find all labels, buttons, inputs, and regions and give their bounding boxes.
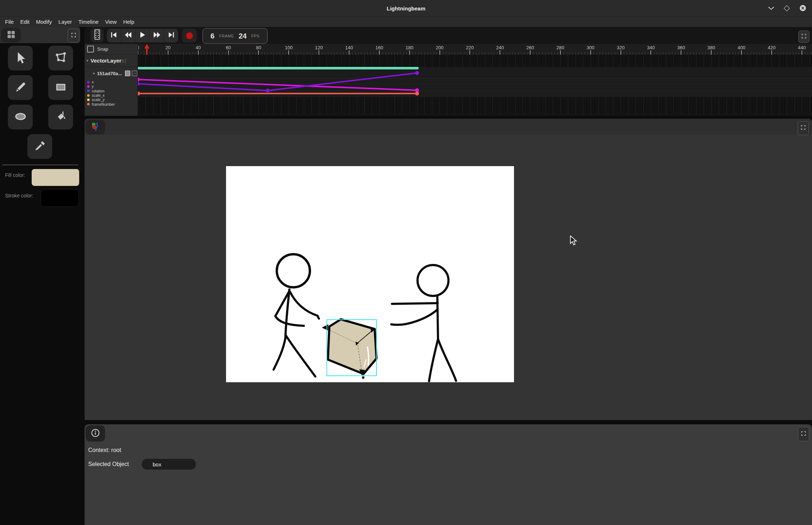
timeline-panel: 6 FRAME 24 FPS 0204060801001201401601802…: [85, 27, 812, 116]
selection-tool-button[interactable]: [8, 46, 33, 70]
menu-help[interactable]: Help: [120, 19, 137, 25]
property-row-rotation[interactable]: rotation: [85, 89, 137, 93]
canvas-expand-button[interactable]: [798, 121, 809, 135]
property-label: frameNumber: [92, 102, 115, 106]
panel-grid-button[interactable]: [1, 28, 21, 42]
stage[interactable]: [226, 166, 514, 382]
collapse-triangle-icon[interactable]: ▾: [86, 58, 89, 63]
skip-to-end-button[interactable]: [164, 29, 178, 42]
menu-edit[interactable]: Edit: [17, 19, 33, 25]
inspector-panel: Context: root Selected Object box: [85, 424, 812, 525]
skip-to-start-button[interactable]: [107, 29, 121, 42]
object-visibility-button[interactable]: [125, 70, 131, 76]
menu-modify[interactable]: Modify: [33, 19, 55, 25]
ruler-tick: [198, 50, 199, 55]
property-row-scale_x[interactable]: scale_x: [85, 93, 137, 97]
eyedropper-tool-button[interactable]: [27, 134, 52, 159]
ruler-tick: [621, 50, 621, 55]
ruler-tick-label: 80: [256, 45, 261, 50]
layer-row-vectorlayer[interactable]: ▾ VectorLayer [L]: [85, 55, 137, 67]
inspector-expand-button[interactable]: [798, 427, 809, 441]
skip-to-end-icon: [168, 32, 175, 39]
timeline-ruler[interactable]: 0204060801001201401601802002202402602803…: [138, 44, 812, 55]
layer-name: VectorLayer: [91, 58, 122, 64]
timeline-frames-band-top[interactable]: [138, 55, 812, 67]
ruler-tick: [168, 50, 168, 55]
ruler-tick-label: 0: [138, 45, 139, 50]
ruler-tick: [650, 50, 651, 55]
film-button[interactable]: [91, 28, 104, 42]
playhead[interactable]: [144, 44, 149, 56]
menu-view[interactable]: View: [102, 19, 120, 25]
ellipse-tool-button[interactable]: [8, 105, 33, 129]
row-divider: [138, 91, 812, 91]
vector-shapes-button[interactable]: [86, 120, 105, 134]
rectangle-tool-button[interactable]: [48, 75, 73, 100]
ruler-tick-label: 300: [587, 45, 595, 50]
ruler-tick-label: 240: [496, 45, 504, 50]
tools-panel: Fill color: Stroke color:: [0, 27, 85, 525]
object-tilde-button[interactable]: ~: [132, 70, 137, 76]
fill-color-swatch[interactable]: [32, 169, 79, 186]
box-object[interactable]: [322, 319, 376, 379]
property-color-dot: [87, 94, 90, 97]
timeline-frames-band-bottom[interactable]: [138, 97, 812, 114]
property-row-y[interactable]: y: [85, 84, 137, 88]
paint-bucket-icon: [54, 110, 67, 124]
play-button[interactable]: [136, 29, 150, 42]
object-row[interactable]: ▾ 151ad70a... ~: [85, 67, 137, 80]
pencil-icon: [14, 81, 27, 95]
context-line: Context: root: [88, 447, 121, 453]
rewind-icon: [125, 32, 132, 39]
tools-expand-button[interactable]: [68, 29, 79, 42]
maximize-button[interactable]: [783, 5, 790, 12]
ruler-tick-label: 20: [166, 45, 171, 50]
pencil-tool-button[interactable]: [8, 75, 33, 100]
ruler-tick: [500, 50, 500, 55]
canvas-panel: [85, 119, 812, 420]
info-button[interactable]: [86, 425, 105, 442]
snap-checkbox[interactable]: [87, 46, 94, 52]
transform-tool-button[interactable]: [48, 46, 73, 70]
selected-object-row: Selected Object box: [88, 459, 196, 470]
ruler-tick-label: 140: [345, 45, 353, 50]
ruler-tick: [530, 50, 531, 55]
ruler-tick: [138, 50, 138, 55]
transform-icon: [54, 51, 67, 65]
property-row-scale_y[interactable]: scale_y: [85, 97, 137, 102]
selected-object-label: Selected Object: [88, 459, 129, 470]
frame-value[interactable]: 6: [211, 32, 215, 40]
timeline-curve-area[interactable]: [138, 67, 812, 97]
fast-forward-button[interactable]: [150, 29, 164, 42]
playhead-icon: [144, 44, 149, 55]
snap-row: Snap: [85, 44, 137, 55]
timeline-expand-button[interactable]: [798, 31, 809, 43]
paint-bucket-tool-button[interactable]: [48, 105, 73, 129]
ruler-tick: [439, 50, 440, 55]
minimize-button[interactable]: [767, 5, 775, 12]
mouse-cursor: [570, 236, 578, 248]
fps-value[interactable]: 24: [239, 32, 247, 40]
property-row-x[interactable]: x: [85, 80, 137, 84]
menu-layer[interactable]: Layer: [55, 19, 75, 25]
stage-artwork: [226, 166, 514, 382]
property-list: xyrotationscale_xscale_yframeNumber: [85, 80, 137, 106]
stroke-color-swatch[interactable]: [41, 190, 79, 207]
property-color-dot: [87, 103, 90, 105]
film-icon: [93, 29, 102, 41]
rewind-button[interactable]: [121, 29, 136, 42]
expand-icon: [800, 125, 806, 132]
collapse-triangle-icon[interactable]: ▾: [93, 71, 95, 76]
property-row-frameNumber[interactable]: frameNumber: [85, 102, 137, 106]
record-button[interactable]: [182, 29, 197, 42]
close-button[interactable]: [799, 5, 806, 12]
diamond-icon: [784, 5, 790, 11]
ruler-tick-label: 40: [195, 45, 200, 50]
fps-label: FPS: [251, 34, 260, 38]
ruler-tick-label: 180: [406, 45, 414, 50]
selected-object-field[interactable]: box: [142, 459, 196, 470]
menu-timeline[interactable]: Timeline: [75, 19, 102, 25]
menu-file[interactable]: File: [2, 19, 17, 25]
property-label: scale_y: [92, 97, 105, 102]
canvas-panel-header: [85, 119, 812, 135]
